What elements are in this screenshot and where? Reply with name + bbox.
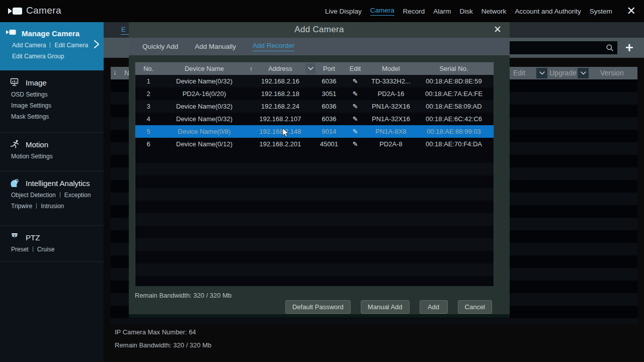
upgrade-dropdown-button[interactable] [578,68,589,78]
dialog-close-icon[interactable]: ✕ [494,24,502,35]
sort-down-icon: ↓ [113,68,117,76]
table-row[interactable]: 3 Device Name(0/32) 192.168.2.24 6036 ✎ … [135,100,494,113]
top-bar: Camera Live Display Camera Record Alarm … [0,0,644,22]
sidebar-item-ptz[interactable]: PTZ Preset Cruise [0,225,104,262]
menu-item-disk[interactable]: Disk [460,8,473,15]
app-close-icon[interactable]: ✕ [627,4,636,19]
tab-add-recorder[interactable]: Add Recorder [253,42,294,51]
section-title: Manage Camera [22,29,79,38]
sidebar-item-image[interactable]: Image OSD Settings Image Settings Mask S… [0,70,104,133]
edit-pencil-icon[interactable]: ✎ [343,100,368,113]
link-mask-settings[interactable]: Mask Settings [11,113,49,120]
column-header-upgrade: Upgrade [549,69,577,77]
edit-pencil-icon[interactable]: ✎ [343,87,368,100]
edit-pencil-icon[interactable]: ✎ [343,113,368,125]
menu-item-account-authority[interactable]: Account and Authority [515,8,581,15]
cell-device-name: Device Name(0/32) [162,100,247,113]
cell-address: 192.168.2.107 [255,113,305,125]
cell-address: 192.168.2.148 [255,125,305,138]
link-osd-settings[interactable]: OSD Settings [11,91,48,98]
table-row[interactable]: 1 Device Name(0/32) 192.168.2.16 6036 ✎ … [135,75,494,87]
dialog-bottom-edge [129,314,510,318]
separator [36,203,37,209]
cell-device-name: PD2A-16(0/20) [162,87,247,100]
dialog-title: Add Camera [129,25,510,35]
link-motion-settings[interactable]: Motion Settings [11,153,53,160]
column-header-port: Port [315,62,343,75]
cell-device-name: Device Name(0/32) [162,75,247,87]
link-intrusion[interactable]: Intrusion [41,203,64,210]
link-exception[interactable]: Exception [64,192,91,199]
cell-address: 192.168.2.201 [255,138,305,150]
edit-pencil-icon[interactable]: ✎ [343,138,368,150]
link-object-detection[interactable]: Object Detection [11,192,56,199]
table-header-row: No. Device Name ↑ Address Port Edit Mode… [135,62,494,75]
default-password-button[interactable]: Default Password [285,300,351,314]
cell-model: TD-3332H2... [368,75,414,87]
section-title: Motion [26,140,48,149]
chevron-right-icon [94,39,100,51]
sidebar-item-manage-camera[interactable]: Manage Camera Add Camera Edit Camera Edi… [0,22,104,70]
table-row[interactable]: 6 Device Name(0/12) 192.168.2.201 45001 … [135,138,494,150]
menu-item-record[interactable]: Record [403,8,425,15]
cell-model: PN1A-8X8 [368,125,414,138]
sidebar-item-motion[interactable]: Motion Motion Settings [0,132,104,171]
cell-no: 2 [135,87,162,100]
top-menu: Live Display Camera Record Alarm Disk Ne… [325,0,612,22]
link-edit-camera[interactable]: Edit Camera [54,42,88,49]
edit-dropdown-button[interactable] [536,68,547,78]
link-cruise[interactable]: Cruise [37,246,55,253]
dialog-bandwidth-label: Remain Bandwidth: 320 / 320 Mb [135,292,231,299]
edit-pencil-icon[interactable]: ✎ [343,125,368,138]
link-edit-camera-group[interactable]: Edit Camera Group [12,53,64,60]
motion-icon [10,140,20,149]
table-row[interactable]: 4 Device Name(0/32) 192.168.2.107 6036 ✎… [135,113,494,125]
manual-add-button[interactable]: Manual Add [361,300,410,314]
search-input[interactable] [509,41,617,54]
cell-port: 6036 [315,113,343,125]
column-header-model: Model [368,62,414,75]
background-active-tab-partial[interactable]: E [121,26,129,35]
mouse-cursor [282,128,289,139]
cell-serial: 00:18:AE:70:F4:DA [414,138,494,150]
cell-port: 9014 [315,125,343,138]
add-button[interactable]: Add [420,300,448,314]
cell-serial: 00:18:AE:8D:8E:59 [414,75,494,87]
edit-pencil-icon[interactable]: ✎ [343,75,368,87]
separator [50,42,50,48]
menu-item-camera[interactable]: Camera [370,7,394,16]
tab-quickly-add[interactable]: Quickly Add [142,43,178,50]
cell-address: 192.168.2.24 [255,100,305,113]
cancel-button[interactable]: Cancel [458,300,492,314]
tab-add-manually[interactable]: Add Manually [195,43,236,50]
cell-port: 6036 [315,75,343,87]
link-tripwire[interactable]: Tripwire [11,203,32,210]
table-row[interactable]: 2 PD2A-16(0/20) 192.168.2.18 3051 ✎ PD2A… [135,87,494,100]
dialog-title-bar: Add Camera ✕ [129,22,510,38]
table-row-selected[interactable]: 5 Device Name(0/8) 192.168.2.148 9014 ✎ … [135,125,494,138]
menu-item-system[interactable]: System [590,8,612,15]
column-header-edit: Edit [513,69,525,77]
menu-item-live-display[interactable]: Live Display [325,8,362,15]
cell-device-name: Device Name(0/8) [162,125,247,138]
link-image-settings[interactable]: Image Settings [11,102,51,109]
cell-serial: 00:18:AE:88:99:03 [414,125,494,138]
column-header-serial: Serial No. [414,62,494,75]
cell-device-name: Device Name(0/12) [162,138,247,150]
link-add-camera[interactable]: Add Camera [12,42,46,49]
sidebar-item-intelligent-analytics[interactable]: Intelligent Analytics Object Detection E… [0,171,104,226]
link-preset[interactable]: Preset [11,246,29,253]
cell-model: PN1A-32X16 [368,113,414,125]
search-icon[interactable] [606,44,614,54]
address-dropdown-button[interactable] [305,63,315,74]
empty-table-area [135,150,494,286]
remain-bandwidth-label: Remain Bandwidth: 320 / 320 Mb [115,341,211,349]
menu-item-network[interactable]: Network [481,8,507,15]
section-title: PTZ [26,233,40,242]
recorder-table: No. Device Name ↑ Address Port Edit Mode… [135,62,494,286]
add-camera-plus-button[interactable]: + [622,39,637,57]
sort-ascending-icon[interactable]: ↑ [247,62,255,75]
cell-address: 192.168.2.18 [255,87,305,100]
sidebar: Manage Camera Add Camera Edit Camera Edi… [0,22,104,362]
menu-item-alarm[interactable]: Alarm [433,8,451,15]
